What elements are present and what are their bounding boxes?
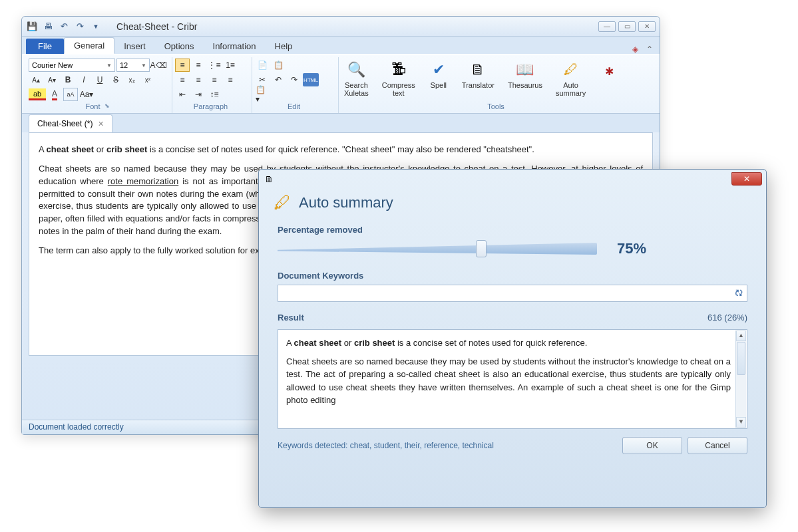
text-effects-button[interactable]: Aa▾ bbox=[79, 88, 94, 101]
dialog-header: 🖊 Auto summary bbox=[259, 188, 766, 221]
spell-button[interactable]: ✔Spell bbox=[426, 59, 451, 90]
qat-dropdown[interactable]: ▼ bbox=[90, 21, 102, 33]
ribbon-group-paragraph: ≡ ≡ ⋮≡ 1≡ ≡ ≡ ≡ ≡ ⇤ ⇥ ↕≡ bbox=[172, 57, 252, 113]
collapse-ribbon-icon[interactable]: ⌃ bbox=[644, 45, 656, 54]
quick-access-toolbar: 💾 🖶 ↶ ↷ ▼ bbox=[26, 21, 108, 33]
ribbon-group-tools: 🔍Search Xuletas 🗜Compress text ✔Spell 🗎T… bbox=[339, 57, 656, 113]
percentage-label: Percentage removed bbox=[278, 225, 747, 235]
percentage-slider[interactable] bbox=[278, 239, 597, 259]
redo-icon[interactable]: ↷ bbox=[74, 21, 86, 33]
result-label: Result bbox=[278, 313, 304, 323]
print-icon[interactable]: 🖶 bbox=[42, 21, 54, 33]
refresh-icon[interactable]: 🗘 bbox=[735, 289, 743, 298]
highlight-button[interactable]: ab bbox=[29, 88, 46, 100]
cancel-button[interactable]: Cancel bbox=[688, 437, 747, 454]
bullets-icon[interactable]: ⋮≡ bbox=[207, 59, 222, 72]
doc-tab[interactable]: Cheat-Sheet (*) × bbox=[29, 114, 112, 132]
align-center-icon[interactable]: ≡ bbox=[191, 59, 206, 72]
copy-icon[interactable]: 📄 bbox=[255, 59, 270, 72]
bug-icon: ✱ bbox=[599, 61, 619, 81]
thesaurus-button[interactable]: 📖Thesaurus bbox=[505, 59, 545, 90]
increase-indent-icon[interactable]: ⇥ bbox=[191, 88, 206, 101]
ok-button[interactable]: OK bbox=[622, 437, 682, 454]
file-tab[interactable]: File bbox=[26, 39, 64, 54]
thesaurus-icon: 📖 bbox=[515, 60, 535, 80]
dialog-title: Auto summary bbox=[299, 194, 393, 211]
tab-general[interactable]: General bbox=[64, 37, 114, 54]
result-paragraph: A cheat sheet or crib sheet is a concise… bbox=[286, 336, 731, 350]
line-spacing-icon[interactable]: ↕≡ bbox=[207, 88, 222, 101]
auto-summary-dialog: 🗎 ✕ 🖊 Auto summary Percentage removed 75… bbox=[258, 169, 767, 508]
paragraph-group-label: Paragraph bbox=[175, 101, 246, 112]
document-tabs: Cheat-Sheet (*) × bbox=[22, 114, 660, 132]
maximize-button[interactable]: ▭ bbox=[618, 21, 636, 32]
result-paragraph: Cheat sheets are so named because they m… bbox=[286, 355, 731, 407]
marker-icon: 🖊 bbox=[274, 192, 291, 213]
change-case-button[interactable]: aA bbox=[63, 88, 78, 101]
paste-icon[interactable]: 📋 bbox=[271, 59, 286, 72]
align-left-icon[interactable]: ≡ bbox=[175, 59, 190, 72]
minimize-button[interactable]: ― bbox=[598, 21, 616, 32]
ribbon-group-font: Courier New▼ 12▼ A⌫ A▴ A▾ B I U S x₂ x² bbox=[26, 57, 172, 113]
compress-text-button[interactable]: 🗜Compress text bbox=[379, 59, 418, 98]
scroll-down-icon[interactable]: ▼ bbox=[736, 417, 746, 428]
close-tab-icon[interactable]: × bbox=[98, 118, 103, 129]
keywords-detected: Keywords detected: cheat, student, their… bbox=[278, 441, 494, 450]
italic-button[interactable]: I bbox=[77, 73, 91, 86]
align-right-icon[interactable]: ≡ bbox=[207, 73, 222, 86]
cut-icon[interactable]: ✂ bbox=[255, 73, 270, 86]
menu-tabs: File General Insert Options Information … bbox=[22, 37, 660, 54]
underline-button[interactable]: U bbox=[93, 73, 107, 86]
undo2-icon[interactable]: ↶ bbox=[271, 73, 286, 86]
translator-button[interactable]: 🗎Translator bbox=[459, 59, 497, 90]
tab-options[interactable]: Options bbox=[155, 39, 204, 54]
redo2-icon[interactable]: ↷ bbox=[287, 73, 301, 86]
decrease-indent-icon[interactable]: ⇤ bbox=[175, 88, 190, 101]
translator-icon: 🗎 bbox=[468, 60, 488, 80]
edit-group-label: Edit bbox=[255, 101, 333, 112]
scroll-thumb[interactable] bbox=[737, 342, 745, 375]
strike-button[interactable]: S bbox=[108, 73, 123, 86]
tab-help[interactable]: Help bbox=[266, 39, 302, 54]
slider-track bbox=[278, 243, 597, 255]
superscript-button[interactable]: x² bbox=[140, 73, 155, 86]
font-size-combo[interactable]: 12▼ bbox=[116, 59, 150, 72]
clipboard2-icon[interactable]: 📋▾ bbox=[255, 88, 270, 101]
undo-icon[interactable]: ↶ bbox=[58, 21, 70, 33]
style-icon[interactable]: ◈ bbox=[629, 45, 641, 54]
dialog-titlebar[interactable]: 🗎 ✕ bbox=[259, 170, 766, 188]
grow-font-icon[interactable]: A▴ bbox=[29, 73, 43, 86]
auto-summary-button[interactable]: 🖊Auto summary bbox=[553, 59, 588, 98]
subscript-button[interactable]: x₂ bbox=[124, 73, 139, 86]
close-button[interactable]: ✕ bbox=[638, 21, 656, 32]
dialog-close-button[interactable]: ✕ bbox=[731, 172, 762, 186]
font-color-button[interactable]: A bbox=[47, 88, 62, 101]
bold-button[interactable]: B bbox=[61, 73, 75, 86]
dialog-icon: 🗎 bbox=[263, 173, 275, 185]
search-xuletas-button[interactable]: 🔍Search Xuletas bbox=[341, 59, 371, 98]
window-title: Cheat-Sheet - Cribr bbox=[116, 21, 197, 32]
justify-icon[interactable]: ≡ bbox=[223, 73, 238, 86]
ribbon-group-edit: 📄 📋 ✂ ↶ ↷ HTML 📋▾ Edit bbox=[252, 57, 339, 113]
clear-format-icon[interactable]: A⌫ bbox=[151, 59, 166, 72]
align-center2-icon[interactable]: ≡ bbox=[191, 73, 206, 86]
tab-information[interactable]: Information bbox=[204, 39, 266, 54]
tab-insert[interactable]: Insert bbox=[114, 39, 155, 54]
doc-tab-label: Cheat-Sheet (*) bbox=[37, 119, 93, 128]
scrollbar[interactable]: ▲ ▼ bbox=[735, 331, 746, 428]
html-button[interactable]: HTML bbox=[303, 73, 319, 86]
bug-button[interactable]: ✱ bbox=[596, 59, 622, 82]
shrink-font-icon[interactable]: A▾ bbox=[45, 73, 59, 86]
font-launcher-icon[interactable]: ⬊ bbox=[104, 102, 110, 110]
align-left2-icon[interactable]: ≡ bbox=[175, 73, 190, 86]
scroll-up-icon[interactable]: ▲ bbox=[736, 331, 746, 341]
window-controls: ― ▭ ✕ bbox=[598, 21, 656, 32]
slider-thumb[interactable] bbox=[476, 240, 487, 257]
keywords-input[interactable]: 🗘 bbox=[278, 285, 747, 302]
save-icon[interactable]: 💾 bbox=[26, 21, 38, 33]
font-family-combo[interactable]: Courier New▼ bbox=[29, 59, 115, 72]
result-box[interactable]: A cheat sheet or crib sheet is a concise… bbox=[278, 329, 747, 429]
numbering-icon[interactable]: 1≡ bbox=[223, 59, 238, 72]
spell-icon: ✔ bbox=[429, 60, 449, 80]
ribbon: Courier New▼ 12▼ A⌫ A▴ A▾ B I U S x₂ x² bbox=[22, 54, 660, 114]
